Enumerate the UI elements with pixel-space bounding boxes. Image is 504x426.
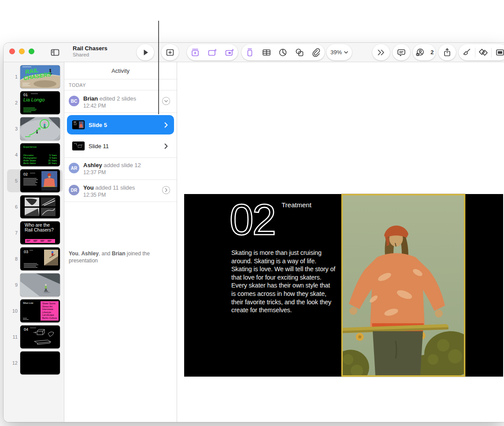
slide-1-thumbnail: RAIL CHASERS: [20, 65, 60, 88]
slide-3-thumbnail: [20, 117, 60, 140]
slide-thumbnail-row-10[interactable]: 10 Shot List Skate Spots Street Art Inte…: [7, 299, 63, 322]
sparkle-layout-button[interactable]: [221, 44, 237, 60]
slide-number-label: 9: [7, 282, 18, 288]
chart-icon: [278, 47, 288, 58]
divider: [64, 179, 177, 180]
slide-thumbnail-row-7[interactable]: 7 Who are the Rail Chasers?: [7, 221, 63, 244]
page-title: Rail Chasers: [73, 45, 107, 52]
format-button[interactable]: [459, 44, 475, 60]
slide-7-thumbnail: Who are the Rail Chasers?: [20, 221, 60, 244]
zoom-window-button[interactable]: [29, 49, 34, 54]
slide-4-thumbnail: Experience Filmmaker6 Years Photographer…: [20, 143, 60, 166]
chevron-right-icon: [164, 122, 168, 128]
table-button[interactable]: [258, 44, 274, 60]
more-toolbar-button[interactable]: [372, 44, 390, 60]
screenshot-stage: Rail Chasers Shared: [0, 0, 504, 426]
title-block: Rail Chasers Shared: [73, 45, 107, 57]
collaborator-count: 2: [430, 49, 434, 56]
collaborate-button[interactable]: 2: [413, 44, 436, 60]
slide-12-thumbnail: [20, 351, 60, 374]
sparkle-layout-icon: [224, 47, 235, 58]
slide-thumbnail-row-3[interactable]: 3: [7, 117, 63, 140]
today-section-label: TODAY: [69, 82, 86, 88]
sparkle-slide-button[interactable]: [204, 44, 220, 60]
slide-thumbnail-row-2[interactable]: 2 01 Lia Longo: [7, 91, 63, 114]
slide-5-mini-thumbnail: [72, 120, 85, 129]
slide-thumbnail-row-5-selected[interactable]: 5 02: [7, 169, 63, 192]
collaborate-icon: [415, 47, 426, 58]
activity-panel: Activity TODAY BC Brian edited 2 slides …: [64, 62, 177, 422]
minimize-button[interactable]: [19, 49, 25, 54]
animate-diamond-icon: [478, 47, 489, 58]
slide-11-mini-thumbnail: [72, 142, 85, 150]
document-button[interactable]: [492, 44, 504, 60]
divider: [64, 202, 177, 202]
slide-navigator: 1: [4, 62, 64, 422]
slide-2-thumbnail: 01 Lia Longo: [20, 91, 60, 114]
slide-number-label: 6: [7, 204, 18, 209]
chevron-down-icon: [344, 51, 348, 54]
slide-thumbnail-row-12[interactable]: 12: [7, 351, 63, 374]
slide-number-text[interactable]: 02: [230, 195, 275, 245]
zoom-level-dropdown[interactable]: 39%: [326, 44, 352, 60]
sparkle-box-button[interactable]: [187, 44, 204, 60]
format-paintbrush-icon: [461, 47, 472, 58]
document-icon: [495, 47, 504, 58]
activity-panel-title: Activity: [64, 67, 177, 74]
comment-icon: [396, 47, 407, 58]
slide-number-label: 10: [7, 308, 18, 314]
slide-thumbnail-row-11[interactable]: 11 04: [7, 325, 63, 348]
inspector-group: [459, 44, 504, 60]
activity-item-text: Brian edited 2 slides: [83, 95, 136, 102]
activity-slide-label: Slide 5: [89, 122, 164, 128]
activity-item-time: 12:35 PM: [83, 192, 106, 198]
close-button[interactable]: [9, 49, 15, 54]
sidebar-toggle-button[interactable]: [48, 44, 63, 61]
slide-number-label: 2: [7, 100, 18, 105]
slide-thumbnail-row-9[interactable]: 9: [7, 273, 63, 296]
media-button[interactable]: [308, 44, 325, 60]
slide-thumbnail-row-8[interactable]: 8 03: [7, 247, 63, 270]
slide-number-label: 11: [7, 334, 18, 340]
slide-number-label: 5: [7, 178, 18, 183]
activity-slide-5-row[interactable]: Slide 5: [67, 115, 174, 135]
insert-tools-group: [241, 44, 325, 60]
slide-number-label: 4: [7, 152, 18, 157]
comment-button[interactable]: [393, 44, 410, 60]
slide-body-text[interactable]: Skating is more than just cruising aroun…: [231, 249, 335, 314]
text-box-button[interactable]: [241, 44, 258, 60]
slide-thumbnail-row-4[interactable]: 4 Experience Filmmaker6 Years Photograph…: [7, 143, 63, 166]
shape-button[interactable]: [292, 44, 308, 60]
play-button[interactable]: [137, 44, 154, 60]
add-slide-button[interactable]: [161, 44, 179, 60]
slide-thumbnail-row-6[interactable]: 6: [7, 195, 63, 218]
skater-photo-selected[interactable]: [341, 194, 465, 377]
slide-8-thumbnail: 03: [20, 247, 60, 270]
slide-6-thumbnail: [20, 195, 60, 218]
chart-button[interactable]: [275, 44, 291, 60]
slide-number-label: 1: [7, 74, 18, 79]
animate-button[interactable]: [475, 44, 492, 60]
keynote-window: Rail Chasers Shared: [4, 43, 504, 422]
shape-icon: [294, 47, 305, 58]
activity-item-time: 12:42 PM: [83, 103, 106, 109]
table-icon: [261, 47, 272, 58]
slide-5-thumbnail: 02: [20, 169, 60, 192]
share-button[interactable]: [438, 44, 456, 60]
slide-thumbnail-row-1[interactable]: 1: [7, 65, 63, 88]
shared-status: Shared: [73, 52, 107, 57]
share-icon: [442, 47, 452, 58]
sparkle-box-icon: [190, 47, 200, 58]
activity-item-text: Ashley added slide 12: [83, 162, 141, 168]
divider: [64, 90, 177, 90]
play-icon: [140, 47, 151, 58]
double-chevron-icon: [376, 47, 386, 58]
expand-chevron-right-icon[interactable]: [162, 186, 170, 194]
magic-tools-group: [187, 44, 238, 60]
slide-section-label[interactable]: Treatment: [282, 201, 311, 209]
avatar: DR: [69, 185, 79, 195]
expand-chevron-down-icon[interactable]: [162, 97, 170, 105]
activity-slide-11-row[interactable]: Slide 11: [67, 136, 174, 156]
joined-presentation-note: You, Ashley, and Brian joined the presen…: [69, 250, 169, 264]
sidebar-toggle-icon: [50, 47, 60, 58]
